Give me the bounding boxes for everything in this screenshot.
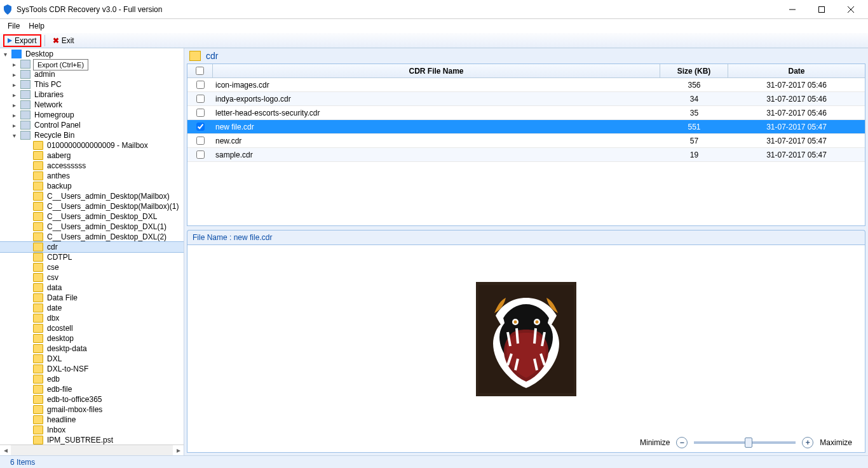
expander-icon[interactable] xyxy=(23,223,31,231)
tree-item[interactable]: dbx xyxy=(0,313,184,323)
tree-item[interactable]: ▸Homegroup xyxy=(0,110,184,120)
expander-icon[interactable] xyxy=(23,416,31,424)
file-checkbox[interactable] xyxy=(196,123,205,131)
col-name[interactable]: CDR File Name xyxy=(213,64,660,77)
hscroll-right[interactable]: ▸ xyxy=(173,445,184,455)
file-row[interactable]: indya-exports-logo.cdr3431-07-2017 05:46 xyxy=(187,92,865,106)
expander-icon[interactable] xyxy=(23,233,31,241)
expander-icon[interactable] xyxy=(23,162,31,170)
hscroll-left[interactable]: ◂ xyxy=(0,445,11,455)
expander-icon[interactable] xyxy=(23,436,31,444)
tree-item[interactable]: edb-to-office365 xyxy=(0,394,184,404)
file-checkbox[interactable] xyxy=(196,81,205,89)
tree-item[interactable]: DXL-to-NSF xyxy=(0,364,184,374)
tree-item[interactable]: C__Users_admin_Desktop_DXL xyxy=(0,211,184,222)
tree-item[interactable]: accessssss xyxy=(0,161,184,171)
tree-item[interactable]: ▸Control Panel xyxy=(0,120,184,130)
expander-icon[interactable] xyxy=(23,213,31,220)
tree-item[interactable]: ▾Recycle Bin xyxy=(0,130,184,140)
list-body[interactable]: icon-images.cdr35631-07-2017 05:46indya-… xyxy=(187,78,865,162)
tree-item[interactable]: anthes xyxy=(0,171,184,181)
expander-icon[interactable] xyxy=(23,294,31,302)
col-checkbox[interactable] xyxy=(187,64,213,77)
expander-icon[interactable] xyxy=(23,274,31,281)
tree-item[interactable]: Inbox xyxy=(0,425,184,435)
tree-item[interactable]: C__Users_admin_Desktop_DXL(1) xyxy=(0,222,184,232)
hscroll-track[interactable] xyxy=(11,445,173,455)
tree-item[interactable]: ▸This PC xyxy=(0,79,184,90)
close-button[interactable] xyxy=(836,0,865,19)
expander-icon[interactable]: ▸ xyxy=(10,101,18,109)
expander-icon[interactable] xyxy=(23,406,31,413)
tree-item[interactable]: C__Users_admin_Desktop(Mailbox)(1) xyxy=(0,201,184,211)
file-row[interactable]: letter-head-escorts-security.cdr3531-07-… xyxy=(187,106,865,120)
expander-icon[interactable] xyxy=(23,324,31,332)
tree-item[interactable]: edb-file xyxy=(0,384,184,394)
menu-help[interactable]: Help xyxy=(29,22,44,30)
expander-icon[interactable] xyxy=(23,203,31,210)
file-checkbox[interactable] xyxy=(196,95,205,103)
tree-item[interactable]: desktop xyxy=(0,333,184,344)
expander-icon[interactable] xyxy=(23,253,31,261)
tree-item[interactable]: C__Users_admin_Desktop(Mailbox) xyxy=(0,191,184,201)
tree-item[interactable]: DXL xyxy=(0,354,184,364)
tree-item[interactable]: backup xyxy=(0,181,184,191)
tree-item[interactable]: cse xyxy=(0,262,184,272)
file-row[interactable]: new file.cdr55131-07-2017 05:47 xyxy=(187,120,865,134)
tree-item[interactable]: ▸O... ...oftware xyxy=(0,59,184,69)
tree-item[interactable]: cdr xyxy=(0,242,184,252)
tree-item[interactable]: ▸Libraries xyxy=(0,90,184,100)
expander-icon[interactable] xyxy=(23,264,31,271)
file-row[interactable]: new.cdr5731-07-2017 05:47 xyxy=(187,134,865,148)
expander-icon[interactable] xyxy=(23,375,31,383)
expander-icon[interactable]: ▸ xyxy=(10,121,18,129)
zoom-slider[interactable] xyxy=(694,441,796,444)
tree-item[interactable]: date xyxy=(0,303,184,313)
expander-icon[interactable] xyxy=(23,284,31,291)
expander-icon[interactable]: ▸ xyxy=(10,81,18,88)
expander-icon[interactable] xyxy=(23,142,31,149)
tree-item[interactable]: gmail-mbox-files xyxy=(0,404,184,415)
expander-icon[interactable] xyxy=(23,365,31,373)
menu-file[interactable]: File xyxy=(8,22,20,30)
tree-item[interactable]: C__Users_admin_Desktop_DXL(2) xyxy=(0,232,184,242)
expander-icon[interactable] xyxy=(23,396,31,403)
expander-icon[interactable] xyxy=(23,152,31,159)
expander-icon[interactable] xyxy=(23,426,31,434)
expander-icon[interactable] xyxy=(23,385,31,393)
exit-button[interactable]: ✖ Exit xyxy=(49,35,78,46)
tree-item[interactable]: ▸Network xyxy=(0,100,184,110)
export-button[interactable]: Export xyxy=(4,35,41,46)
expander-icon[interactable] xyxy=(23,243,31,251)
expander-icon[interactable] xyxy=(23,304,31,312)
expander-icon[interactable]: ▾ xyxy=(10,131,18,139)
select-all-checkbox[interactable] xyxy=(196,67,204,75)
tree-item[interactable]: IPM_SUBTREE.pst xyxy=(0,435,184,445)
zoom-out-button[interactable]: − xyxy=(676,437,688,448)
tree-item[interactable]: ▾Desktop xyxy=(0,49,184,59)
zoom-knob[interactable] xyxy=(745,438,752,448)
expander-icon[interactable] xyxy=(23,314,31,322)
expander-icon[interactable]: ▸ xyxy=(10,91,18,98)
expander-icon[interactable] xyxy=(23,335,31,342)
tree-item[interactable]: desktp-data xyxy=(0,344,184,354)
tree-item[interactable]: dcostell xyxy=(0,323,184,333)
file-checkbox[interactable] xyxy=(196,150,205,159)
zoom-in-button[interactable]: + xyxy=(802,437,813,448)
tree-item[interactable]: data xyxy=(0,283,184,293)
file-checkbox[interactable] xyxy=(196,109,205,117)
tree-item[interactable]: headline xyxy=(0,415,184,425)
tree-item[interactable]: aaberg xyxy=(0,150,184,161)
tree-scroll[interactable]: ▾Desktop▸O... ...oftware▸admin▸This PC▸L… xyxy=(0,48,184,445)
maximize-button[interactable] xyxy=(807,0,836,19)
expander-icon[interactable]: ▸ xyxy=(10,60,18,68)
expander-icon[interactable]: ▸ xyxy=(10,111,18,119)
expander-icon[interactable]: ▸ xyxy=(10,70,18,78)
file-row[interactable]: icon-images.cdr35631-07-2017 05:46 xyxy=(187,78,865,92)
expander-icon[interactable]: ▾ xyxy=(1,50,9,58)
tree-item[interactable]: Data File xyxy=(0,293,184,303)
tree-item[interactable]: edb xyxy=(0,374,184,384)
expander-icon[interactable] xyxy=(23,172,31,180)
col-date[interactable]: Date xyxy=(728,64,865,77)
tree-hscroll[interactable]: ◂ ▸ xyxy=(0,445,184,455)
